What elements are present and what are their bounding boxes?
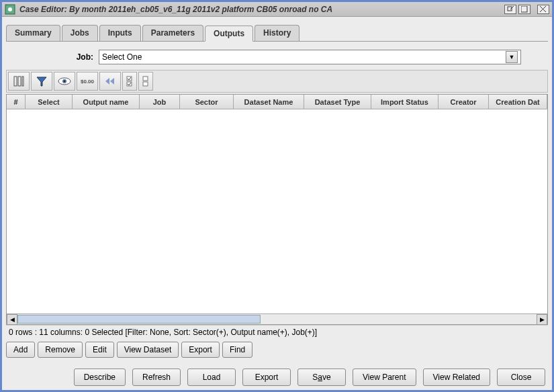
describe-button[interactable]: Describe: [74, 369, 126, 386]
maximize-button[interactable]: [518, 5, 530, 14]
svg-rect-8: [18, 77, 21, 86]
tab-outputs[interactable]: Outputs: [205, 26, 253, 42]
unchecks-icon[interactable]: [138, 72, 153, 91]
svg-point-1: [8, 7, 12, 11]
svg-marker-14: [105, 78, 109, 85]
svg-rect-18: [143, 77, 148, 81]
chevron-down-icon: ▼: [506, 51, 518, 63]
save-button[interactable]: Save: [297, 369, 346, 386]
columns-icon[interactable]: [8, 72, 30, 91]
rewind-icon[interactable]: [99, 72, 121, 91]
tab-summary[interactable]: Summary: [6, 25, 60, 41]
job-select[interactable]: Select One ▼: [99, 50, 521, 64]
tab-parameters[interactable]: Parameters: [142, 25, 203, 41]
col-creator[interactable]: Creator: [438, 95, 489, 109]
table-body: [7, 109, 547, 313]
svg-rect-4: [521, 6, 527, 12]
tab-history[interactable]: History: [255, 25, 299, 41]
view-dataset-button[interactable]: View Dataset: [117, 342, 179, 358]
svg-marker-15: [110, 78, 114, 85]
content-area: Summary Jobs Inputs Parameters Outputs H…: [2, 17, 552, 364]
checks-icon[interactable]: [122, 72, 137, 91]
col-dataset-name[interactable]: Dataset Name: [234, 95, 304, 109]
col-dataset-type[interactable]: Dataset Type: [304, 95, 371, 109]
window-title: Case Editor: By month 2011eh_cb05_v6_11g…: [19, 5, 332, 14]
svg-rect-9: [22, 77, 24, 86]
svg-rect-7: [14, 77, 17, 86]
refresh-button[interactable]: Refresh: [132, 369, 181, 386]
job-label: Job:: [33, 52, 93, 62]
row-buttons: Add Remove Edit View Dataset Export Find: [6, 339, 548, 360]
close-window-button[interactable]: [537, 5, 549, 14]
case-editor-window: Case Editor: By month 2011eh_cb05_v6_11g…: [0, 0, 554, 392]
job-row: Job: Select One ▼: [6, 42, 548, 70]
table-header: # Select Output name Job Sector Dataset …: [7, 95, 547, 109]
eye-icon[interactable]: [54, 72, 75, 91]
scroll-left-icon[interactable]: ◀: [7, 314, 17, 325]
scroll-thumb[interactable]: [17, 315, 261, 324]
load-button[interactable]: Load: [187, 369, 236, 386]
bottom-buttons: Describe Refresh Load Export Save View P…: [2, 364, 552, 390]
edit-button[interactable]: Edit: [85, 342, 114, 358]
job-select-value: Select One: [102, 52, 506, 62]
scroll-right-icon[interactable]: ▶: [537, 314, 547, 325]
outputs-table: # Select Output name Job Sector Dataset …: [6, 94, 548, 325]
view-related-button[interactable]: View Related: [423, 369, 491, 386]
filter-icon[interactable]: [31, 72, 52, 91]
tabstrip: Summary Jobs Inputs Parameters Outputs H…: [6, 25, 548, 42]
add-button[interactable]: Add: [6, 342, 35, 358]
horizontal-scrollbar[interactable]: ◀ ▶: [7, 313, 547, 324]
col-creation-date[interactable]: Creation Dat: [489, 95, 547, 109]
svg-marker-10: [37, 77, 46, 86]
outputs-toolbar: $0.00: [6, 70, 548, 93]
svg-rect-19: [143, 82, 148, 86]
app-icon: [5, 4, 15, 15]
view-parent-button[interactable]: View Parent: [353, 369, 416, 386]
remove-button[interactable]: Remove: [38, 342, 83, 358]
tab-inputs[interactable]: Inputs: [99, 25, 141, 41]
find-button[interactable]: Find: [222, 342, 252, 358]
col-import-status[interactable]: Import Status: [371, 95, 438, 109]
status-bar: 0 rows : 11 columns: 0 Selected [Filter:…: [6, 325, 548, 339]
col-job[interactable]: Job: [140, 95, 180, 109]
close-button[interactable]: Close: [497, 369, 545, 386]
format-icon[interactable]: $0.00: [77, 72, 98, 91]
col-sector[interactable]: Sector: [180, 95, 234, 109]
titlebar: Case Editor: By month 2011eh_cb05_v6_11g…: [2, 2, 552, 17]
tab-jobs[interactable]: Jobs: [62, 25, 98, 41]
col-select[interactable]: Select: [26, 95, 73, 109]
col-output-name[interactable]: Output name: [73, 95, 140, 109]
detach-button[interactable]: [504, 5, 516, 14]
export-row-button[interactable]: Export: [181, 342, 220, 358]
export-bottom-button[interactable]: Export: [242, 369, 291, 386]
svg-point-13: [64, 81, 66, 83]
col-index[interactable]: #: [7, 95, 26, 109]
